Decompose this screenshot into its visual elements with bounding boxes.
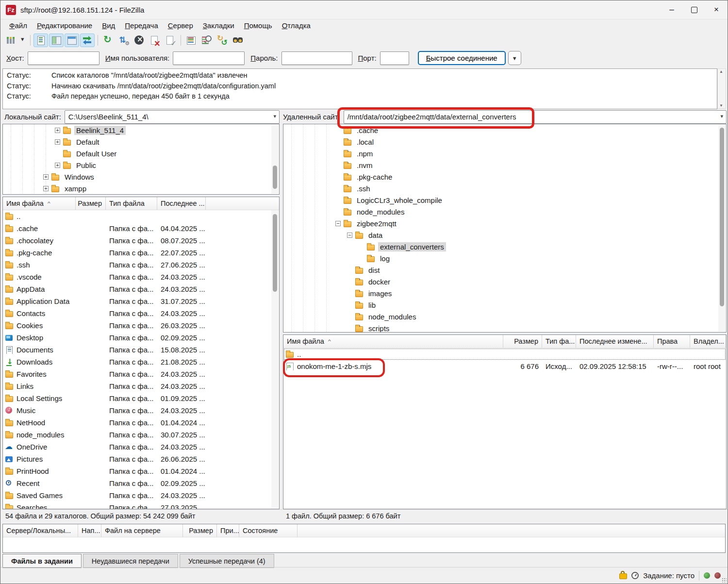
tree-item[interactable]: external_converters: [283, 241, 726, 252]
minimize-button[interactable]: –: [661, 0, 683, 19]
file-row[interactable]: ..: [283, 348, 726, 360]
column-header[interactable]: Размер: [76, 197, 106, 210]
column-header[interactable]: Нап...: [78, 524, 101, 537]
tree-item[interactable]: +Public: [3, 159, 279, 171]
column-header[interactable]: Владел...: [690, 335, 726, 348]
expand-icon[interactable]: +: [43, 174, 49, 180]
column-header[interactable]: Размер: [503, 335, 542, 348]
quickconnect-dropdown-button[interactable]: ▼: [508, 51, 521, 65]
file-row[interactable]: MusicПапка с фа...24.03.2025 ...: [3, 404, 279, 417]
password-input[interactable]: [281, 51, 352, 65]
column-header[interactable]: Имя файла^: [283, 335, 503, 348]
file-row[interactable]: .sshПапка с фа...27.06.2025 ...: [3, 259, 279, 271]
chevron-down-icon[interactable]: ▾: [273, 113, 276, 119]
file-row[interactable]: .chocolateyПапка с фа...08.07.2025 ...: [3, 234, 279, 247]
compare-button[interactable]: [199, 33, 214, 47]
menu-item[interactable]: Сервер: [163, 20, 198, 31]
transfer-queue-button[interactable]: [80, 33, 95, 47]
host-input[interactable]: [28, 51, 99, 65]
column-header[interactable]: Тип фа...: [542, 335, 576, 348]
scrollbar-thumb[interactable]: [273, 166, 277, 189]
file-row[interactable]: .vscodeПапка с фа...24.03.2025 ...: [3, 271, 279, 283]
tree-item[interactable]: ?log: [283, 252, 726, 264]
remote-tree-button[interactable]: [65, 33, 79, 47]
menu-item[interactable]: Вид: [97, 20, 120, 31]
file-row[interactable]: AppDataПапка с фа...24.03.2025 ...: [3, 283, 279, 295]
column-header[interactable]: Тип файла: [106, 197, 157, 210]
file-row[interactable]: DocumentsПапка с фа...15.08.2025 ...: [3, 344, 279, 356]
dropdown-arrow-button[interactable]: [18, 33, 27, 47]
site-manager-button[interactable]: [3, 33, 17, 47]
local-tree-button[interactable]: [49, 33, 64, 47]
local-site-combobox[interactable]: C:\Users\Beelink_511_4\ ▾: [65, 110, 280, 124]
menu-item[interactable]: Отладка: [277, 20, 315, 31]
queue-tab[interactable]: Неудавшиеся передачи: [83, 554, 178, 568]
column-header[interactable]: При...: [217, 524, 239, 537]
tree-item[interactable]: ?images: [283, 287, 726, 299]
tree-item[interactable]: Default User: [3, 148, 279, 159]
local-list-scrollbar[interactable]: [271, 210, 279, 508]
username-input[interactable]: [173, 51, 245, 65]
column-header[interactable]: Сервер/Локальны...: [3, 524, 78, 537]
menu-item[interactable]: Передача: [120, 20, 163, 31]
local-tree-scrollbar[interactable]: [271, 125, 279, 194]
expand-icon[interactable]: +: [55, 139, 60, 145]
remote-site-combobox[interactable]: /mnt/data/root/zigbee2mqtt/data/external…: [344, 110, 727, 124]
file-row[interactable]: .pkg-cacheПапка с фа...22.07.2025 ...: [3, 247, 279, 259]
tree-item[interactable]: +Windows: [3, 171, 279, 183]
maximize-button[interactable]: [683, 0, 705, 19]
tree-item[interactable]: ?lib: [283, 299, 726, 311]
tree-item[interactable]: +Beelink_511_4: [3, 124, 279, 136]
tree-item[interactable]: ?node_modules: [283, 206, 726, 217]
menu-item[interactable]: Редактирование: [32, 20, 97, 31]
speed-limit-icon[interactable]: [631, 572, 639, 579]
tree-item[interactable]: −data: [283, 229, 726, 241]
file-row[interactable]: LinksПапка с фа...24.03.2025 ...: [3, 380, 279, 392]
menu-item[interactable]: Файл: [4, 20, 32, 31]
tree-item[interactable]: ?docker: [283, 276, 726, 287]
file-row[interactable]: FavoritesПапка с фа...24.03.2025 ...: [3, 368, 279, 380]
tree-item[interactable]: +Default: [3, 136, 279, 148]
file-row[interactable]: RecentПапка с фа...02.09.2025 ...: [3, 477, 279, 489]
find-files-button[interactable]: [231, 33, 245, 47]
queue-tab[interactable]: Файлы в задании: [2, 554, 82, 568]
tree-item[interactable]: ?scripts: [283, 322, 726, 333]
file-row[interactable]: PrintHoodПапка с фа...01.04.2024 ...: [3, 465, 279, 477]
tree-item[interactable]: ?LogicCLr3_whole_compile: [283, 194, 726, 206]
file-row[interactable]: ContactsПапка с фа...24.03.2025 ...: [3, 307, 279, 319]
tree-item[interactable]: −zigbee2mqtt: [283, 217, 726, 229]
file-row[interactable]: DownloadsПапка с фа...21.08.2025 ...: [3, 356, 279, 368]
column-header[interactable]: Последнее ...: [157, 197, 206, 210]
message-log-button[interactable]: [33, 33, 48, 47]
expand-icon[interactable]: +: [55, 128, 60, 133]
file-row[interactable]: NetHoodПапка с фа...01.04.2024 ...: [3, 417, 279, 429]
tree-item[interactable]: ?dist: [283, 264, 726, 276]
file-row[interactable]: DesktopПапка с фа...02.09.2025 ...: [3, 332, 279, 344]
file-row[interactable]: Application DataПапка с фа...31.07.2025 …: [3, 295, 279, 307]
column-header[interactable]: Права: [654, 335, 690, 348]
message-log-scrollbar[interactable]: [717, 68, 726, 109]
disconnect-button[interactable]: [148, 33, 162, 47]
collapse-icon[interactable]: −: [347, 233, 352, 238]
tree-item[interactable]: ?.pkg-cache: [283, 171, 726, 183]
close-button[interactable]: ×: [705, 0, 728, 19]
sync-browse-button[interactable]: [215, 33, 230, 47]
column-header[interactable]: Размер: [183, 524, 217, 537]
filter-button[interactable]: [184, 33, 199, 47]
tree-item[interactable]: ?.ssh: [283, 183, 726, 194]
tree-item[interactable]: ?.local: [283, 136, 726, 148]
tree-item[interactable]: +xampp: [3, 183, 279, 194]
tree-item[interactable]: ?.npm: [283, 148, 726, 159]
menu-item[interactable]: Помощь: [239, 20, 277, 31]
port-input[interactable]: [380, 51, 409, 65]
file-row[interactable]: .cacheПапка с фа...04.04.2025 ...: [3, 222, 279, 234]
menu-item[interactable]: Закладки: [198, 20, 239, 31]
file-row[interactable]: ..: [3, 210, 279, 222]
expand-icon[interactable]: +: [43, 186, 49, 191]
process-queue-button[interactable]: [116, 33, 131, 47]
column-header[interactable]: Состояние: [239, 524, 298, 537]
expand-icon[interactable]: +: [55, 163, 60, 168]
file-row[interactable]: onokom-me-1-zb-s.mjs6 676Исход...02.09.2…: [283, 360, 726, 372]
scrollbar-thumb[interactable]: [273, 214, 277, 292]
file-row[interactable]: SearchesПапка с фа...27.03.2025 ...: [3, 501, 279, 509]
